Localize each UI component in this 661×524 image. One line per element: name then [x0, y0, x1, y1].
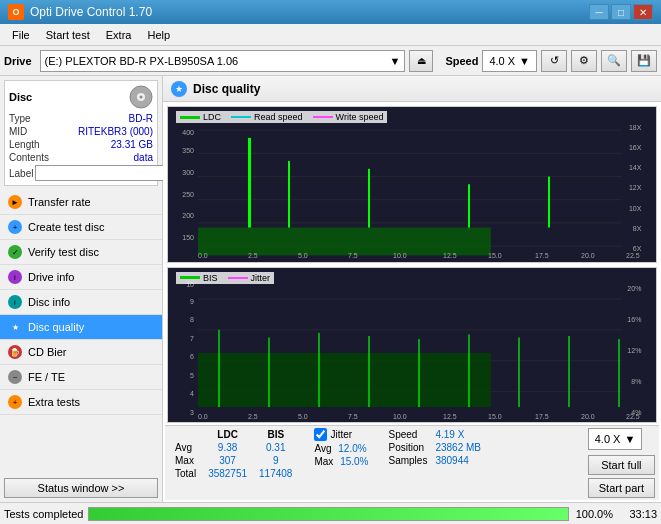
bis-legend: BIS Jitter [176, 272, 274, 284]
menu-start-test[interactable]: Start test [38, 27, 98, 43]
start-full-button[interactable]: Start full [588, 455, 655, 475]
svg-text:20.0: 20.0 [581, 252, 595, 259]
maximize-button[interactable]: □ [611, 4, 631, 20]
svg-text:250: 250 [182, 191, 194, 198]
content-title: Disc quality [193, 82, 260, 96]
position-value: 23862 MB [431, 441, 485, 454]
svg-text:17.5: 17.5 [535, 252, 549, 259]
disc-panel: Disc Type BD-R MID RITEKBR3 (000) Length… [4, 80, 158, 186]
refresh-button[interactable]: ↺ [541, 50, 567, 72]
drive-selector[interactable]: (E:) PLEXTOR BD-R PX-LB950SA 1.06 ▼ [40, 50, 406, 72]
svg-text:15.0: 15.0 [488, 252, 502, 259]
nav-label-drive-info: Drive info [28, 271, 74, 283]
charts-area: LDC Read speed Write speed [163, 102, 661, 502]
speed-label: Speed [384, 428, 431, 441]
stats-area: LDC BIS Avg 9.38 0.31 Max 307 9 [165, 425, 659, 500]
content-area: ★ Disc quality LDC Read speed [163, 76, 661, 502]
speed-value: 4.19 X [431, 428, 485, 441]
menu-help[interactable]: Help [139, 27, 178, 43]
nav-label-create-test-disc: Create test disc [28, 221, 104, 233]
svg-text:12.5: 12.5 [443, 413, 457, 420]
settings-button2[interactable]: 🔍 [601, 50, 627, 72]
nav-label-extra-tests: Extra tests [28, 396, 80, 408]
svg-text:6X: 6X [633, 245, 642, 252]
nav-item-drive-info[interactable]: i Drive info [0, 265, 162, 290]
svg-point-2 [140, 96, 143, 99]
nav-label-transfer-rate: Transfer rate [28, 196, 91, 208]
disc-type-value: BD-R [129, 113, 153, 124]
menu-extra[interactable]: Extra [98, 27, 140, 43]
stats-col-bis: BIS [253, 428, 298, 441]
nav-item-disc-info[interactable]: i Disc info [0, 290, 162, 315]
nav-item-transfer-rate[interactable]: ► Transfer rate [0, 190, 162, 215]
eject-button[interactable]: ⏏ [409, 50, 433, 72]
svg-rect-25 [368, 169, 370, 228]
speed-dropdown-icon: ▼ [519, 55, 530, 67]
elapsed-time: 33:13 [617, 508, 657, 520]
nav-item-verify-test-disc[interactable]: ✓ Verify test disc [0, 240, 162, 265]
progress-percent: 100.0% [573, 508, 613, 520]
minimize-button[interactable]: ─ [589, 4, 609, 20]
save-button[interactable]: 💾 [631, 50, 657, 72]
ldc-bis-stats: LDC BIS Avg 9.38 0.31 Max 307 9 [169, 428, 298, 480]
svg-rect-43 [198, 352, 491, 406]
svg-text:10X: 10X [629, 205, 642, 212]
nav-icon-verify-test-disc: ✓ [8, 245, 22, 259]
disc-header: Disc [9, 85, 153, 109]
svg-text:7.5: 7.5 [348, 252, 358, 259]
nav-icon-drive-info: i [8, 270, 22, 284]
disc-panel-title: Disc [9, 91, 32, 103]
stats-total-ldc: 3582751 [202, 467, 253, 480]
start-part-button[interactable]: Start part [588, 478, 655, 498]
jitter-avg-value: 12.0% [338, 443, 366, 454]
svg-rect-49 [468, 334, 470, 407]
svg-rect-48 [418, 339, 420, 407]
nav-icon-transfer-rate: ► [8, 195, 22, 209]
nav-label-verify-test-disc: Verify test disc [28, 246, 99, 258]
drive-label: Drive [4, 55, 32, 67]
ldc-chart-svg: 400 350 300 250 200 150 18X 16X 14X 12X … [168, 107, 656, 262]
menu-file[interactable]: File [4, 27, 38, 43]
disc-label-row: Label 🔍 [9, 165, 153, 181]
drive-dropdown-icon: ▼ [390, 55, 401, 67]
jitter-checkbox[interactable] [314, 428, 327, 441]
content-header: ★ Disc quality [163, 76, 661, 102]
nav-item-extra-tests[interactable]: + Extra tests [0, 390, 162, 415]
svg-rect-47 [368, 335, 370, 406]
disc-mid-value: RITEKBR3 (000) [78, 126, 153, 137]
disc-contents-label: Contents [9, 152, 49, 163]
svg-text:5: 5 [190, 371, 194, 378]
jitter-legend-label: Jitter [251, 273, 271, 283]
close-button[interactable]: ✕ [633, 4, 653, 20]
ldc-legend-label: LDC [203, 112, 221, 122]
nav-item-create-test-disc[interactable]: + Create test disc [0, 215, 162, 240]
svg-rect-51 [568, 335, 570, 406]
nav-item-cd-bier[interactable]: 🍺 CD Bier [0, 340, 162, 365]
nav-item-disc-quality[interactable]: ★ Disc quality [0, 315, 162, 340]
nav-icon-cd-bier: 🍺 [8, 345, 22, 359]
svg-text:9: 9 [190, 297, 194, 304]
svg-text:7.5: 7.5 [348, 413, 358, 420]
write-speed-legend-item: Write speed [313, 112, 384, 122]
disc-label-input[interactable] [35, 165, 168, 181]
read-speed-legend-label: Read speed [254, 112, 303, 122]
speed-selector[interactable]: 4.0 X ▼ [482, 50, 537, 72]
settings-button1[interactable]: ⚙ [571, 50, 597, 72]
nav-item-fe-te[interactable]: ~ FE / TE [0, 365, 162, 390]
status-window-button[interactable]: Status window >> [4, 478, 158, 498]
bis-legend-item: BIS [180, 273, 218, 283]
svg-text:200: 200 [182, 212, 194, 219]
drivebar: Drive (E:) PLEXTOR BD-R PX-LB950SA 1.06 … [0, 46, 661, 76]
svg-text:5.0: 5.0 [298, 413, 308, 420]
titlebar-left: O Opti Drive Control 1.70 [8, 4, 152, 20]
test-speed-selector[interactable]: 4.0 X ▼ [588, 428, 643, 450]
svg-text:4: 4 [190, 390, 194, 397]
read-speed-color [231, 116, 251, 118]
svg-rect-22 [198, 228, 491, 256]
write-speed-color [313, 116, 333, 118]
svg-rect-24 [288, 161, 290, 227]
stats-max-ldc: 307 [202, 454, 253, 467]
bis-chart-svg: 10 9 8 7 6 5 4 3 20% 16% 12% 8% 4% 0.0 [168, 268, 656, 423]
speed-label: Speed [445, 55, 478, 67]
svg-rect-52 [618, 339, 620, 407]
